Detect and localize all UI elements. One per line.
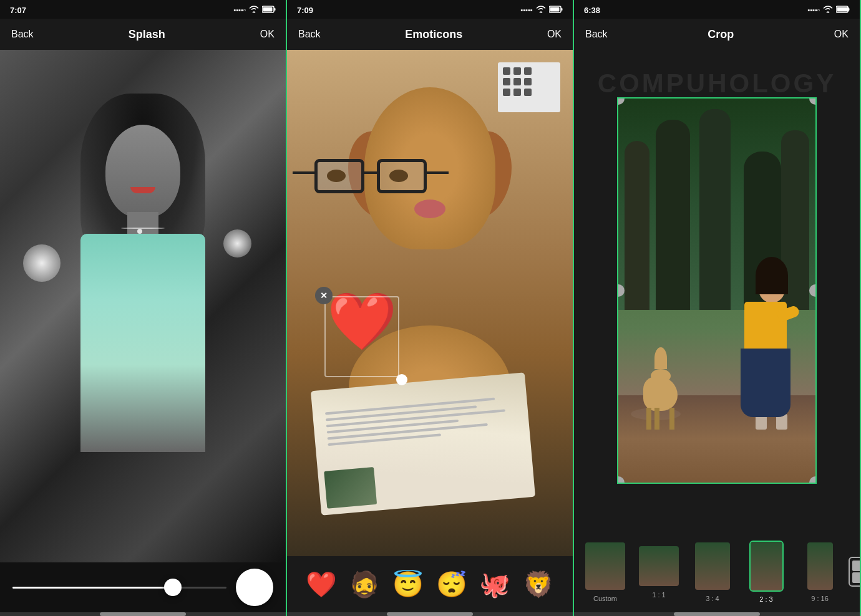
ok-button-3[interactable]: OK bbox=[834, 29, 849, 40]
grid-icon-container[interactable] bbox=[849, 557, 860, 587]
status-icons-2: ▪▪▪▪▪ bbox=[521, 6, 563, 14]
heart-sticker[interactable]: ✕ ❤️ bbox=[321, 293, 402, 380]
title-3: Crop bbox=[708, 28, 734, 41]
ok-button-2[interactable]: OK bbox=[547, 29, 562, 40]
dog-glasses bbox=[311, 159, 430, 196]
girl-shirt bbox=[744, 302, 787, 349]
bokeh-right bbox=[223, 229, 251, 257]
back-button-2[interactable]: Back bbox=[298, 29, 321, 40]
scroll-indicator-1 bbox=[0, 612, 286, 616]
splash-photo[interactable] bbox=[0, 50, 286, 562]
crop-option-9-16[interactable]: 9 : 16 bbox=[795, 541, 845, 602]
emoji-octopus[interactable]: 🐙 bbox=[479, 570, 510, 599]
book-image bbox=[324, 467, 377, 509]
crop-thumb-9-16[interactable] bbox=[806, 541, 834, 591]
grid-layout-icon[interactable] bbox=[849, 557, 860, 587]
slider-thumb[interactable] bbox=[164, 579, 182, 596]
battery-icon-2 bbox=[549, 6, 563, 14]
tree1 bbox=[625, 141, 649, 310]
crop-options-bar: Custom 1 : 1 3 : 4 2 : 3 bbox=[574, 531, 860, 612]
deer-neck bbox=[654, 347, 667, 369]
crop-thumb-1-1[interactable] bbox=[638, 545, 680, 587]
woman-image bbox=[0, 50, 286, 562]
ok-button-1[interactable]: OK bbox=[260, 29, 275, 40]
deer-body bbox=[643, 377, 678, 411]
emoji-man[interactable]: 🧔 bbox=[349, 570, 380, 599]
svg-rect-2 bbox=[263, 7, 273, 12]
nav-bar-2: Back Emoticons OK bbox=[287, 19, 573, 50]
emoji-angel[interactable]: 😇 bbox=[392, 570, 424, 599]
crop-label-1-1: 1 : 1 bbox=[652, 591, 665, 599]
back-button-3[interactable]: Back bbox=[585, 29, 608, 40]
arm bbox=[776, 305, 800, 323]
emoticons-panel: 7:09 ▪▪▪▪▪ Back Emoticons OK bbox=[287, 0, 574, 616]
sticker-resize-handle[interactable] bbox=[396, 374, 407, 385]
scroll-bar-2 bbox=[387, 612, 472, 616]
pendant bbox=[137, 229, 142, 234]
signal-icon-3: ▪▪▪▪▫ bbox=[808, 6, 820, 14]
crop-option-2-3[interactable]: 2 : 3 bbox=[741, 541, 791, 603]
title-1: Splash bbox=[129, 28, 165, 41]
crop-panel: 6:38 ▪▪▪▪▫ Back Crop OK COMPUHOLOGY bbox=[574, 0, 861, 616]
crop-photo-area[interactable]: COMPUHOLOGY bbox=[574, 50, 860, 531]
crop-option-custom[interactable]: Custom bbox=[580, 541, 630, 602]
crop-thumb-2-3[interactable] bbox=[749, 541, 784, 592]
watermark: COMPUHOLOGY bbox=[598, 69, 836, 99]
crop-label-custom: Custom bbox=[593, 595, 617, 602]
girl-hair bbox=[756, 257, 788, 294]
crop-thumb-custom[interactable] bbox=[584, 541, 626, 591]
slider-area[interactable] bbox=[0, 562, 286, 612]
crop-thumb-3-4[interactable] bbox=[694, 541, 731, 591]
whiteboard bbox=[498, 62, 560, 112]
crop-option-1-1[interactable]: 1 : 1 bbox=[634, 545, 684, 599]
body-top bbox=[80, 234, 205, 452]
title-2: Emoticons bbox=[405, 28, 462, 41]
tree2 bbox=[656, 120, 690, 310]
signal-icon-1: ▪▪▪▪▫ bbox=[234, 6, 246, 14]
slider-big-thumb[interactable] bbox=[236, 569, 273, 606]
emoji-toolbar: ❤️ 🧔 😇 😴 🐙 🦁 bbox=[287, 556, 573, 612]
girl bbox=[752, 257, 790, 417]
status-bar-3: 6:38 ▪▪▪▪▫ bbox=[574, 0, 860, 19]
sticker-border bbox=[324, 296, 399, 377]
scroll-indicator-2 bbox=[287, 612, 573, 616]
svg-rect-5 bbox=[550, 7, 560, 12]
svg-rect-1 bbox=[275, 8, 276, 11]
bokeh-left bbox=[23, 244, 61, 282]
girl-skirt bbox=[741, 349, 790, 417]
crop-label-3-4: 3 : 4 bbox=[706, 595, 719, 602]
crop-label-9-16: 9 : 16 bbox=[811, 595, 829, 602]
crop-label-2-3: 2 : 3 bbox=[759, 595, 772, 603]
scroll-bar-3 bbox=[674, 612, 759, 616]
splash-panel: 7:07 ▪▪▪▪▫ Back Splash OK bbox=[0, 0, 287, 616]
scroll-indicator-3 bbox=[574, 612, 860, 616]
wifi-icon-1 bbox=[249, 6, 259, 14]
necklace bbox=[121, 228, 165, 229]
lips bbox=[130, 187, 155, 193]
scroll-bar-1 bbox=[100, 612, 185, 616]
nav-bar-1: Back Splash OK bbox=[0, 19, 286, 50]
wifi-icon-3 bbox=[823, 6, 833, 14]
crop-option-3-4[interactable]: 3 : 4 bbox=[688, 541, 737, 602]
slider-fill bbox=[12, 587, 173, 589]
book bbox=[311, 372, 535, 515]
forest-photo[interactable] bbox=[617, 97, 817, 484]
time-1: 7:07 bbox=[10, 6, 26, 15]
sticker-close-button[interactable]: ✕ bbox=[315, 287, 333, 304]
signal-icon-2: ▪▪▪▪▪ bbox=[521, 6, 533, 14]
status-icons-3: ▪▪▪▪▫ bbox=[808, 6, 850, 14]
svg-rect-4 bbox=[562, 8, 563, 11]
back-button-1[interactable]: Back bbox=[11, 29, 34, 40]
emoji-lion[interactable]: 🦁 bbox=[523, 570, 554, 599]
emoji-heart[interactable]: ❤️ bbox=[306, 570, 337, 599]
status-icons-1: ▪▪▪▪▫ bbox=[234, 6, 276, 14]
tree5 bbox=[699, 109, 731, 310]
grid-cell-3 bbox=[852, 572, 860, 583]
dog-photo[interactable]: ✕ ❤️ bbox=[287, 50, 573, 556]
emoji-sleeping[interactable]: 😴 bbox=[436, 570, 467, 599]
nav-bar-3: Back Crop OK bbox=[574, 19, 860, 50]
slider-track[interactable] bbox=[12, 587, 226, 589]
time-3: 6:38 bbox=[584, 6, 600, 15]
battery-icon-3 bbox=[836, 6, 850, 14]
battery-icon-1 bbox=[262, 6, 276, 14]
